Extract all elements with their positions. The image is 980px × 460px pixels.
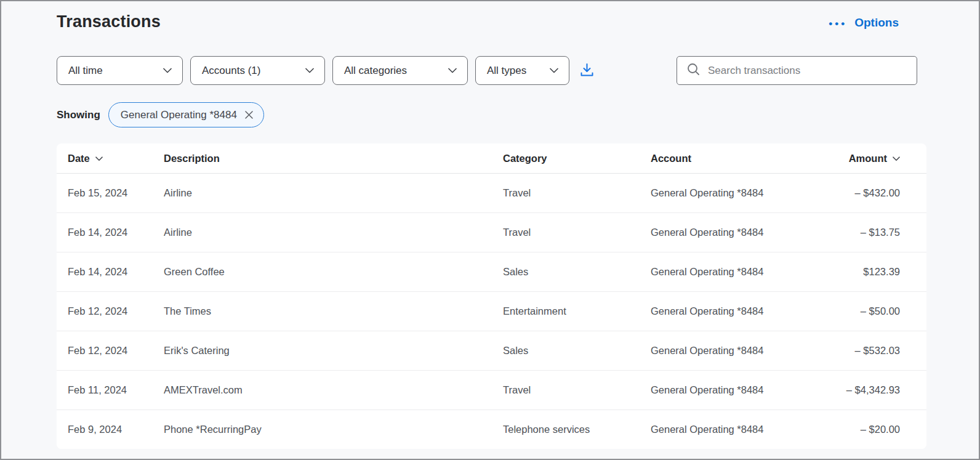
search-input[interactable] [708,65,908,77]
types-filter-dropdown[interactable]: All types [475,56,569,85]
account-cell: General Operating *8484 [651,266,838,278]
active-filters-row: Showing General Operating *8484 [57,102,979,127]
date-cell: Feb 9, 2024 [68,424,164,435]
chip-label: General Operating *8484 [121,109,237,121]
time-filter-value: All time [68,65,103,77]
category-cell: Entertainment [503,305,651,317]
time-filter-dropdown[interactable]: All time [57,56,183,85]
accounts-filter-value: Accounts (1) [202,65,260,77]
page-header: Transactions ••• Options [1,1,979,31]
page-title: Transactions [57,12,161,31]
category-cell: Sales [503,345,651,357]
table-row[interactable]: Feb 9, 2024 Phone *RecurringPay Telephon… [57,410,926,449]
account-cell: General Operating *8484 [651,384,838,396]
account-cell: General Operating *8484 [651,345,838,357]
table-body: Feb 15, 2024 Airline Travel General Oper… [57,173,926,449]
column-header-category: Category [503,153,651,164]
account-filter-chip[interactable]: General Operating *8484 [108,102,264,127]
category-cell: Travel [503,227,651,238]
sort-chevron-icon [893,155,900,161]
search-icon [686,62,701,79]
search-box [677,56,917,85]
chevron-down-icon [448,68,457,73]
amount-cell: – $13.75 [838,227,900,238]
column-header-account: Account [651,153,838,164]
amount-cell: – $50.00 [838,305,900,317]
column-header-amount[interactable]: Amount [838,153,900,164]
download-button[interactable] [579,62,595,79]
table-row[interactable]: Feb 15, 2024 Airline Travel General Oper… [57,173,926,212]
date-cell: Feb 15, 2024 [68,187,164,199]
table-row[interactable]: Feb 11, 2024 AMEXTravel.com Travel Gener… [57,370,926,410]
accounts-filter-dropdown[interactable]: Accounts (1) [190,56,325,85]
download-icon [579,62,595,79]
showing-label: Showing [57,109,100,121]
amount-cell: – $532.03 [838,345,900,357]
category-cell: Travel [503,187,651,199]
date-cell: Feb 12, 2024 [68,305,164,317]
date-cell: Feb 14, 2024 [68,266,164,278]
description-cell: The Times [164,305,503,317]
table-header-row: Date Description Category Account Amount [57,143,926,173]
close-icon[interactable] [244,110,254,119]
category-cell: Travel [503,384,651,396]
filter-bar: All time Accounts (1) All categories All… [57,56,917,85]
amount-cell: – $20.00 [838,424,900,435]
account-cell: General Operating *8484 [651,424,838,435]
account-cell: General Operating *8484 [651,187,838,199]
date-cell: Feb 11, 2024 [68,384,164,396]
account-cell: General Operating *8484 [651,227,838,238]
description-cell: Airline [164,187,503,199]
table-row[interactable]: Feb 14, 2024 Airline Travel General Oper… [57,212,926,252]
date-cell: Feb 12, 2024 [68,345,164,357]
column-header-date[interactable]: Date [68,153,164,164]
table-row[interactable]: Feb 12, 2024 Erik's Catering Sales Gener… [57,331,926,370]
amount-cell: – $432.00 [838,187,900,199]
app-window: Transactions ••• Options All time Accoun… [0,0,980,460]
table-row[interactable]: Feb 12, 2024 The Times Entertainment Gen… [57,291,926,331]
ellipsis-icon: ••• [829,17,847,29]
categories-filter-dropdown[interactable]: All categories [332,56,468,85]
description-cell: Green Coffee [164,266,503,278]
table-row[interactable]: Feb 14, 2024 Green Coffee Sales General … [57,252,926,291]
account-cell: General Operating *8484 [651,305,838,317]
types-filter-value: All types [487,65,526,77]
column-header-description: Description [164,153,503,164]
description-cell: Phone *RecurringPay [164,424,503,435]
options-button[interactable]: ••• Options [829,12,899,30]
description-cell: Airline [164,227,503,238]
chevron-down-icon [550,68,558,73]
options-label: Options [854,16,899,30]
date-cell: Feb 14, 2024 [68,227,164,238]
amount-cell: – $4,342.93 [838,384,900,396]
chevron-down-icon [305,68,314,73]
description-cell: AMEXTravel.com [164,384,503,396]
chevron-down-icon [163,68,172,73]
sort-chevron-icon [95,155,103,161]
amount-cell: $123.39 [838,266,900,278]
categories-filter-value: All categories [344,65,407,77]
category-cell: Sales [503,266,651,278]
category-cell: Telephone services [503,424,651,435]
description-cell: Erik's Catering [164,345,503,357]
transactions-table: Date Description Category Account Amount [57,143,926,449]
